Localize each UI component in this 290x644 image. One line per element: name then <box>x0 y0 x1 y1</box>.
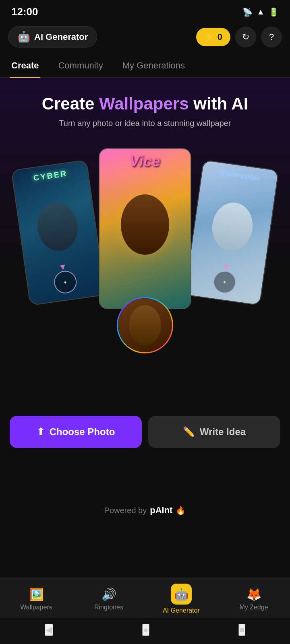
tabs-bar: Create Community My Generations <box>0 53 290 78</box>
lightning-icon: ⚡ <box>204 32 215 42</box>
back-button[interactable]: ◀ <box>45 624 53 636</box>
nav-ai-generator[interactable]: 🤖 AI Generator <box>145 584 218 614</box>
refresh-button[interactable]: ↻ <box>235 27 256 47</box>
cards-showcase: CYBER Vice Watercolor <box>8 140 282 374</box>
nav-ai-label: AI Generator <box>163 607 200 614</box>
nav-ringtones[interactable]: 🔊 Ringtones <box>72 587 145 611</box>
write-idea-button[interactable]: ✏️ Write Idea <box>148 416 280 448</box>
ai-generator-icon: 🤖 <box>171 584 192 605</box>
card-vice-label: Vice <box>130 153 161 170</box>
hero-title-part2: with AI <box>189 94 249 113</box>
hero-subtitle: Turn any photo or idea into a stunning w… <box>8 119 282 128</box>
nav-my-zedge-label: My Zedge <box>239 604 268 611</box>
nav-wallpapers[interactable]: 🖼️ Wallpapers <box>0 587 72 611</box>
tab-create[interactable]: Create <box>10 53 40 77</box>
nav-my-zedge[interactable]: 🦊 My Zedge <box>218 587 290 611</box>
cast-icon: 📡 <box>242 7 253 17</box>
preview-face <box>129 305 161 345</box>
card-watercolor[interactable]: Watercolor <box>184 160 279 306</box>
tab-community[interactable]: Community <box>56 53 104 77</box>
preview-circle-inner <box>118 298 172 352</box>
top-bar-right: ⚡ 0 ↻ ? <box>196 27 282 47</box>
battery-icon: 🔋 <box>269 7 279 17</box>
edit-icon: ✏️ <box>183 426 195 438</box>
robot-icon: 🤖 <box>17 31 30 43</box>
image-icon: 🖼️ <box>29 587 44 601</box>
choose-photo-button[interactable]: ⬆ Choose Photo <box>10 416 142 448</box>
wifi-icon: ▲ <box>257 7 265 17</box>
refresh-icon: ↻ <box>242 32 249 42</box>
app-title-label: AI Generator <box>34 32 88 42</box>
top-bar: 🤖 AI Generator ⚡ 0 ↻ ? <box>0 22 290 53</box>
hero-section: Create Wallpapers with AI Turn any photo… <box>0 78 290 408</box>
hero-title: Create Wallpapers with AI <box>8 94 282 114</box>
bottom-nav: 🖼️ Wallpapers 🔊 Ringtones 🤖 AI Generator… <box>0 578 290 618</box>
drop-icon: 🔥 <box>176 506 186 515</box>
status-bar: 12:00 📡 ▲ 🔋 <box>0 0 290 22</box>
fox-icon: 🦊 <box>246 587 261 601</box>
powered-by: Powered by pAInt 🔥 <box>0 496 290 524</box>
nav-ringtones-label: Ringtones <box>94 604 123 611</box>
sound-icon: 🔊 <box>102 587 116 601</box>
app-title-button[interactable]: 🤖 AI Generator <box>8 26 97 47</box>
help-icon: ? <box>269 32 274 42</box>
card-vice[interactable]: Vice <box>99 148 191 309</box>
help-button[interactable]: ? <box>261 27 282 47</box>
status-icons: 📡 ▲ 🔋 <box>242 7 279 17</box>
nav-wallpapers-label: Wallpapers <box>20 604 52 611</box>
preview-circle[interactable] <box>117 297 173 353</box>
sys-nav: ◀ ● ■ <box>0 619 290 644</box>
powered-prefix: Powered by <box>104 506 147 515</box>
hero-title-highlight: Wallpapers <box>99 94 189 113</box>
action-buttons: ⬆ Choose Photo ✏️ Write Idea <box>0 416 290 448</box>
upload-icon: ⬆ <box>37 426 45 438</box>
energy-button[interactable]: ⚡ 0 <box>196 28 230 46</box>
card-cyber[interactable]: CYBER <box>11 160 106 306</box>
choose-photo-label: Choose Photo <box>50 426 115 438</box>
write-idea-label: Write Idea <box>200 426 246 438</box>
hero-title-part1: Create <box>42 94 99 113</box>
recents-button[interactable]: ■ <box>238 624 245 636</box>
home-button[interactable]: ● <box>142 624 149 636</box>
tab-my-generations[interactable]: My Generations <box>121 53 186 77</box>
energy-count: 0 <box>218 32 222 42</box>
powered-brand: pAInt <box>150 505 172 516</box>
status-time: 12:00 <box>11 6 38 18</box>
